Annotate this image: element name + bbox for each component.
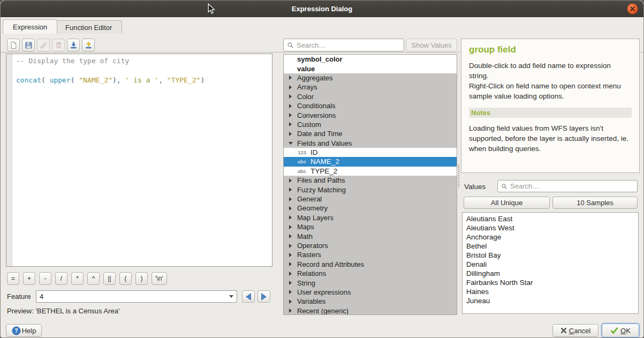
values-search[interactable]: [497, 180, 638, 192]
chevron-right-icon[interactable]: [284, 178, 297, 183]
chevron-right-icon[interactable]: [284, 104, 297, 108]
operator-button[interactable]: ): [135, 272, 148, 285]
values-search-input[interactable]: [510, 182, 634, 190]
function-tree-row[interactable]: value: [284, 64, 457, 73]
close-window-button[interactable]: [627, 3, 638, 14]
delete-expression-button: [52, 39, 65, 51]
operator-button[interactable]: =: [7, 272, 19, 285]
chevron-right-icon[interactable]: [284, 113, 297, 117]
function-tree-row[interactable]: Recent (generic): [284, 306, 457, 315]
feature-combobox[interactable]: 4: [36, 290, 237, 303]
operator-button[interactable]: /: [55, 272, 67, 285]
value-item[interactable]: Aleutians West: [463, 223, 638, 232]
chevron-right-icon[interactable]: [284, 187, 297, 192]
operator-button[interactable]: (: [119, 272, 132, 285]
operator-button[interactable]: '\n': [151, 272, 167, 285]
chevron-right-icon[interactable]: [284, 122, 297, 126]
value-item[interactable]: Anchorage: [463, 232, 638, 242]
function-tree-row[interactable]: Operators: [284, 241, 457, 250]
chevron-right-icon[interactable]: [284, 206, 297, 211]
chevron-right-icon[interactable]: [284, 262, 297, 266]
chevron-right-icon[interactable]: [284, 94, 297, 99]
cancel-button[interactable]: Cancel: [552, 324, 598, 337]
function-tree-row[interactable]: General: [284, 194, 457, 204]
tree-row-label: Conditionals: [297, 102, 336, 110]
expression-editor[interactable]: -- Display the type of city concat( uppe…: [6, 54, 272, 267]
all-unique-button[interactable]: All Unique: [464, 197, 550, 209]
function-tree-row[interactable]: Rasters: [284, 250, 457, 259]
function-tree-row[interactable]: Color: [284, 92, 457, 101]
value-item[interactable]: Dillingham: [463, 269, 638, 278]
function-search-input[interactable]: [297, 41, 400, 49]
chevron-right-icon[interactable]: [284, 253, 297, 257]
cancel-icon: [560, 327, 567, 334]
chevron-right-icon[interactable]: [284, 281, 297, 285]
chevron-right-icon[interactable]: [284, 215, 297, 220]
function-tree-row[interactable]: Aggregates: [284, 73, 457, 82]
save-expression-button[interactable]: [22, 39, 35, 51]
help-button[interactable]: ? Help: [6, 324, 42, 337]
chevron-right-icon[interactable]: [284, 76, 297, 80]
function-tree-row[interactable]: Variables: [284, 297, 457, 306]
function-tree-row[interactable]: Custom: [284, 120, 457, 129]
value-item[interactable]: Aleutians East: [463, 214, 638, 223]
function-tree-row[interactable]: Geometry: [284, 204, 457, 213]
chevron-right-icon[interactable]: [284, 234, 297, 238]
function-tree-row[interactable]: abcTYPE_2: [284, 167, 457, 176]
chevron-right-icon[interactable]: [284, 85, 297, 89]
function-tree-row[interactable]: abcNAME_2: [284, 157, 457, 166]
function-tree-row[interactable]: Map Layers: [284, 213, 457, 222]
value-item[interactable]: Bethel: [463, 242, 638, 251]
function-tree-row[interactable]: String: [284, 278, 457, 287]
next-feature-button[interactable]: [257, 290, 270, 303]
operator-button[interactable]: ||: [103, 272, 116, 285]
function-tree-row[interactable]: Maps: [284, 222, 457, 231]
export-expression-button[interactable]: [82, 39, 95, 51]
value-item[interactable]: Bristol Bay: [463, 251, 638, 260]
chevron-down-icon[interactable]: [226, 295, 237, 298]
function-tree-row[interactable]: 123ID: [284, 148, 457, 157]
operator-button[interactable]: -: [39, 272, 51, 285]
value-item[interactable]: Juneau: [463, 296, 638, 305]
operator-button[interactable]: +: [23, 272, 35, 285]
function-tree-row[interactable]: Record and Attributes: [284, 260, 457, 269]
function-tree-row[interactable]: symbol_color: [284, 55, 457, 64]
value-item[interactable]: Fairbanks North Star: [463, 278, 638, 287]
value-item[interactable]: Haines: [463, 287, 638, 296]
ok-button[interactable]: OK: [602, 324, 639, 337]
help-body-line2: Right-Click on field name to open contex…: [469, 81, 632, 101]
chevron-right-icon[interactable]: [284, 290, 297, 294]
chevron-right-icon[interactable]: [284, 197, 297, 201]
chevron-right-icon[interactable]: [284, 132, 297, 136]
operator-button[interactable]: *: [71, 272, 84, 285]
chevron-right-icon[interactable]: [284, 225, 297, 229]
operator-button[interactable]: ^: [87, 272, 100, 285]
svg-text:?: ?: [14, 328, 18, 334]
chevron-down-icon[interactable]: [284, 142, 297, 145]
splitter-handle[interactable]: [458, 164, 459, 187]
tree-row-label: Color: [297, 93, 314, 101]
chevron-right-icon[interactable]: [284, 272, 297, 276]
function-tree-row[interactable]: Files and Paths: [284, 176, 457, 185]
function-tree-row[interactable]: Math: [284, 231, 457, 241]
function-tree-row[interactable]: Fields and Values: [284, 139, 457, 148]
chevron-right-icon[interactable]: [284, 244, 297, 248]
tab-expression[interactable]: Expression: [3, 19, 57, 34]
tab-function-editor[interactable]: Function Editor: [55, 20, 122, 34]
new-expression-button[interactable]: [7, 39, 20, 51]
previous-feature-button[interactable]: [242, 290, 255, 303]
tree-row-label: Aggregates: [297, 74, 333, 82]
chevron-right-icon[interactable]: [284, 309, 297, 313]
function-search[interactable]: [283, 39, 404, 51]
function-tree-row[interactable]: User expressions: [284, 288, 457, 297]
function-tree-row[interactable]: Conditionals: [284, 101, 457, 110]
function-tree-row[interactable]: Fuzzy Matching: [284, 185, 457, 194]
value-item[interactable]: Denali: [463, 260, 638, 269]
chevron-right-icon[interactable]: [284, 299, 297, 304]
function-tree-row[interactable]: Date and Time: [284, 129, 457, 138]
function-tree-row[interactable]: Conversions: [284, 110, 457, 119]
import-expression-button[interactable]: [67, 39, 80, 51]
function-tree-row[interactable]: Arrays: [284, 82, 457, 92]
function-tree-row[interactable]: Relations: [284, 269, 457, 278]
ten-samples-button[interactable]: 10 Samples: [552, 197, 638, 209]
